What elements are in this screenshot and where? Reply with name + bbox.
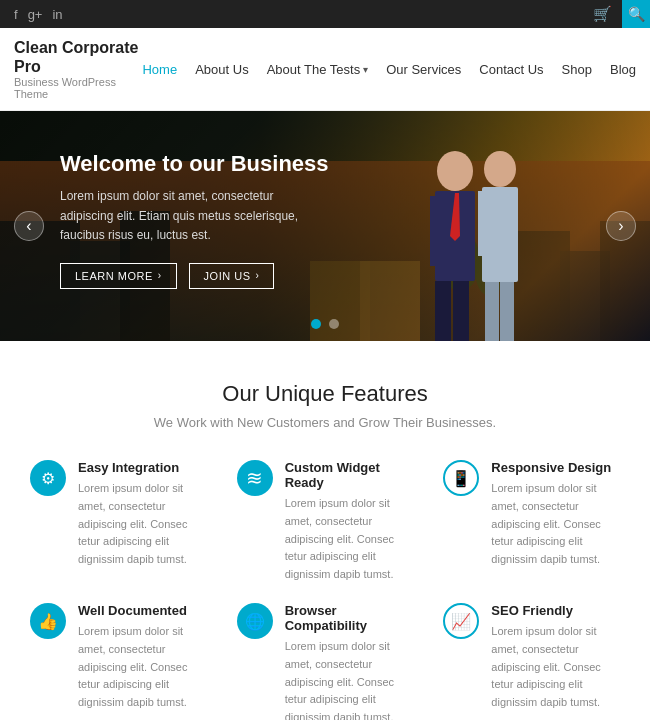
site-subtitle: Business WordPress Theme: [14, 76, 142, 100]
join-us-button[interactable]: JOIN US ›: [189, 263, 275, 289]
hero-content: Welcome to our Business Lorem ipsum dolo…: [0, 111, 390, 329]
top-bar: f g+ in 🛒 🔍: [0, 0, 650, 28]
feature-responsive: 📱 Responsive Design Lorem ipsum dolor si…: [443, 460, 620, 583]
hero-persons: [400, 141, 550, 341]
feature-text-3: Responsive Design Lorem ipsum dolor sit …: [491, 460, 620, 568]
social-icons: f g+ in: [14, 7, 63, 22]
site-branding: Clean Corporate Pro Business WordPress T…: [14, 38, 142, 100]
svg-rect-23: [500, 282, 514, 341]
gear-icon: ⚙: [30, 460, 66, 496]
nav-item-home[interactable]: Home: [142, 62, 177, 77]
nav-item-blog[interactable]: Blog: [610, 62, 636, 77]
features-title: Our Unique Features: [30, 381, 620, 407]
feature-text-2: Custom Widget Ready Lorem ipsum dolor si…: [285, 460, 414, 583]
feature-custom-widget: ≋ Custom Widget Ready Lorem ipsum dolor …: [237, 460, 414, 583]
features-subtitle: We Work with New Customers and Grow Thei…: [30, 415, 620, 430]
nav-item-about[interactable]: About Us: [195, 62, 248, 77]
linkedin-icon[interactable]: in: [52, 7, 62, 22]
site-title: Clean Corporate Pro: [14, 38, 142, 76]
thumbsup-icon: 👍: [30, 603, 66, 639]
arrow-icon: ›: [158, 270, 162, 281]
hero-buttons: LEARN MORE › JOIN US ›: [60, 263, 330, 289]
slider-next-button[interactable]: ›: [606, 211, 636, 241]
chart-icon: 📈: [443, 603, 479, 639]
site-header: Clean Corporate Pro Business WordPress T…: [0, 28, 650, 111]
feature-text-5: Browser Compatibility Lorem ipsum dolor …: [285, 603, 414, 720]
cart-icon[interactable]: 🛒: [593, 5, 612, 23]
svg-rect-13: [430, 196, 445, 266]
learn-more-button[interactable]: LEARN MORE ›: [60, 263, 177, 289]
feature-documented: 👍 Well Documented Lorem ipsum dolor sit …: [30, 603, 207, 720]
feature-text-6: SEO Friendly Lorem ipsum dolor sit amet,…: [491, 603, 620, 711]
feature-text-1: Easy Integration Lorem ipsum dolor sit a…: [78, 460, 207, 568]
nav-item-services[interactable]: Our Services: [386, 62, 461, 77]
features-grid: ⚙ Easy Integration Lorem ipsum dolor sit…: [30, 460, 620, 720]
facebook-icon[interactable]: f: [14, 7, 18, 22]
arrow-icon: ›: [256, 270, 260, 281]
main-nav: Home About Us About The Tests ▾ Our Serv…: [142, 62, 636, 77]
feature-seo: 📈 SEO Friendly Lorem ipsum dolor sit ame…: [443, 603, 620, 720]
search-button[interactable]: 🔍: [622, 0, 650, 28]
feature-browser-compat: 🌐 Browser Compatibility Lorem ipsum dolo…: [237, 603, 414, 720]
nav-item-shop[interactable]: Shop: [562, 62, 592, 77]
svg-rect-15: [435, 281, 451, 341]
svg-point-18: [484, 151, 516, 187]
widget-icon: ≋: [237, 460, 273, 496]
svg-rect-20: [478, 191, 490, 256]
svg-rect-22: [485, 282, 499, 341]
features-section: Our Unique Features We Work with New Cus…: [0, 341, 650, 720]
slider-prev-button[interactable]: ‹: [14, 211, 44, 241]
nav-item-about-tests[interactable]: About The Tests ▾: [267, 62, 368, 77]
slider-dot-2[interactable]: [329, 319, 339, 329]
globe-icon: 🌐: [237, 603, 273, 639]
hero-slider: Welcome to our Business Lorem ipsum dolo…: [0, 111, 650, 341]
nav-item-contact[interactable]: Contact Us: [479, 62, 543, 77]
top-bar-actions: 🛒 🔍: [593, 0, 636, 28]
slider-dot-1[interactable]: [311, 319, 321, 329]
slider-dots: [311, 319, 339, 329]
svg-rect-21: [502, 191, 514, 256]
mobile-icon: 📱: [443, 460, 479, 496]
hero-text: Lorem ipsum dolor sit amet, consectetur …: [60, 187, 330, 245]
feature-text-4: Well Documented Lorem ipsum dolor sit am…: [78, 603, 207, 711]
feature-easy-integration: ⚙ Easy Integration Lorem ipsum dolor sit…: [30, 460, 207, 583]
google-plus-icon[interactable]: g+: [28, 7, 43, 22]
hero-title: Welcome to our Business: [60, 151, 330, 177]
chevron-down-icon: ▾: [363, 64, 368, 75]
svg-rect-16: [453, 281, 469, 341]
svg-point-11: [437, 151, 473, 191]
